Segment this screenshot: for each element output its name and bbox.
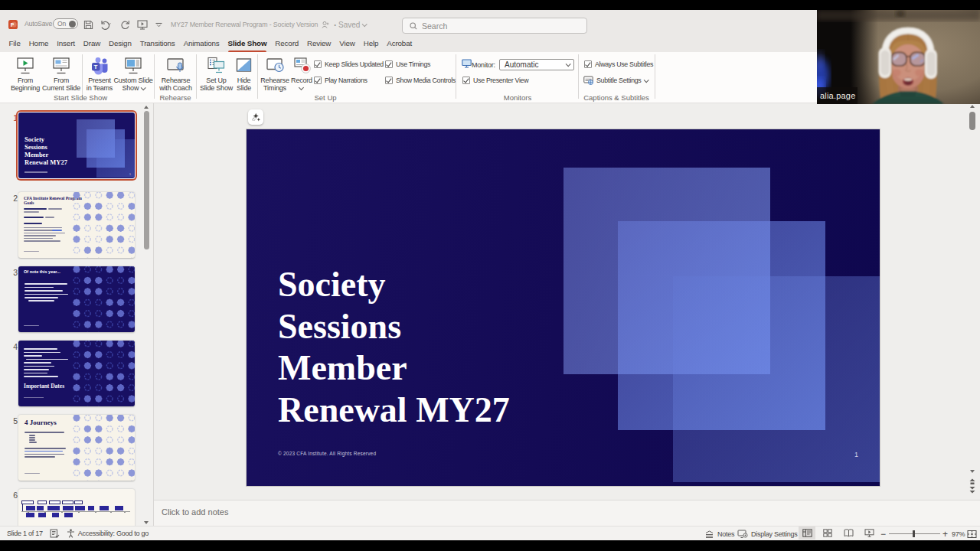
- normal-view-button[interactable]: [799, 527, 815, 540]
- scroll-up-icon[interactable]: [144, 106, 149, 109]
- slideshow-view-button[interactable]: [861, 527, 877, 540]
- slide-editor[interactable]: Society Sessions Member Renewal MY27 © 2…: [247, 129, 880, 486]
- save-icon[interactable]: [83, 20, 93, 30]
- redo-icon[interactable]: [120, 20, 130, 30]
- saved-status[interactable]: • Saved: [334, 21, 366, 29]
- from-current-slide-button[interactable]: From Current Slide: [43, 54, 80, 92]
- tab-insert[interactable]: Insert: [53, 34, 80, 52]
- subtitle-settings-button[interactable]: Subtitle Settings: [583, 76, 648, 85]
- always-use-subtitles-label: Always Use Subtitles: [595, 60, 653, 68]
- custom-slide-show-button[interactable]: Custom Slide Show: [114, 54, 152, 92]
- canvas-scrollbar[interactable]: [967, 103, 978, 500]
- hide-slide-button[interactable]: Hide Slide: [232, 54, 256, 92]
- slide-4-thumbnail[interactable]: Important Dates: [18, 341, 135, 406]
- slide-sorter-icon: [823, 529, 832, 537]
- slide-title[interactable]: Society Sessions Member Renewal MY27: [278, 264, 510, 431]
- zoom-out-button[interactable]: −: [880, 527, 887, 540]
- tab-view[interactable]: View: [335, 34, 359, 52]
- checkbox-icon: [385, 77, 393, 84]
- show-media-controls-label: Show Media Controls: [396, 77, 456, 84]
- timeline-box: [110, 512, 112, 513]
- timeline-box: [47, 506, 60, 510]
- tab-draw[interactable]: Draw: [79, 34, 104, 52]
- from-beginning-label: From Beginning: [11, 77, 40, 92]
- always-use-subtitles-checkbox[interactable]: Always Use Subtitles: [584, 60, 653, 68]
- search-input[interactable]: Search: [402, 18, 587, 34]
- record-button[interactable]: Record: [289, 54, 315, 91]
- tab-help[interactable]: Help: [359, 34, 383, 52]
- subtitle-settings-label: Subtitle Settings: [596, 77, 641, 84]
- from-beginning-button[interactable]: From Beginning: [8, 54, 43, 92]
- rehearse-with-coach-label: Rehearse with Coach: [159, 77, 192, 92]
- slide-2-thumbnail[interactable]: CFA Institute Renewal Program Goals: [18, 192, 135, 258]
- thumbnail-scrollbar[interactable]: [142, 103, 152, 526]
- saved-label: Saved: [338, 21, 360, 29]
- next-slide-button[interactable]: [968, 486, 977, 495]
- timeline-box: [62, 500, 74, 504]
- reading-view-button[interactable]: [840, 527, 857, 540]
- notes-pane[interactable]: Click to add notes: [154, 500, 980, 526]
- normal-view-icon: [802, 529, 812, 537]
- use-presenter-view-checkbox[interactable]: Use Presenter View: [462, 77, 528, 84]
- slide-canvas: Society Sessions Member Renewal MY27 © 2…: [154, 103, 980, 500]
- tab-record[interactable]: Record: [271, 34, 303, 52]
- slide-sorter-view-button[interactable]: [819, 527, 836, 540]
- zoom-level[interactable]: 97%: [952, 527, 965, 540]
- hide-slide-label: Hide Slide: [237, 77, 251, 92]
- rehearse-with-coach-button[interactable]: Rehearse with Coach: [158, 54, 194, 92]
- tab-review[interactable]: Review: [303, 34, 335, 52]
- use-timings-checkbox[interactable]: Use Timings: [385, 60, 430, 68]
- tab-acrobat[interactable]: Acrobat: [383, 34, 416, 52]
- designer-button[interactable]: [248, 109, 263, 125]
- slide-3-thumbnail[interactable]: Of note this year...: [18, 266, 135, 332]
- customize-qat-icon[interactable]: [155, 21, 163, 28]
- webcam-name: alia.page: [820, 91, 855, 100]
- zoom-slider[interactable]: [889, 527, 940, 540]
- tab-home[interactable]: Home: [24, 34, 53, 52]
- tab-file[interactable]: File: [5, 34, 24, 52]
- slide-thumbnail-panel: 1 2 3 4 5 6 Society Sessions Member Rene…: [0, 103, 154, 526]
- set-up-slide-show-button[interactable]: Set Up Slide Show: [200, 54, 233, 92]
- checkbox-icon: [314, 77, 322, 84]
- slide-number: 1: [7, 113, 18, 122]
- status-bar: Slide 1 of 17 Accessibility: Good to go: [0, 526, 980, 540]
- tab-transitions[interactable]: Transitions: [136, 34, 179, 52]
- timeline-box: [124, 512, 126, 513]
- previous-slide-button[interactable]: [968, 477, 977, 486]
- tab-animations[interactable]: Animations: [179, 34, 224, 52]
- display-settings-button[interactable]: Display Settings: [737, 527, 798, 540]
- undo-icon[interactable]: [100, 20, 113, 30]
- show-media-controls-checkbox[interactable]: Show Media Controls: [385, 77, 456, 84]
- timeline-box: [21, 500, 34, 504]
- notes-icon: [704, 530, 714, 538]
- scroll-down-icon[interactable]: [970, 470, 975, 473]
- keep-slides-updated-checkbox[interactable]: Keep Slides Updated: [314, 60, 384, 68]
- thumbnail-footer-line: [24, 171, 47, 173]
- fit-slide-button[interactable]: [967, 527, 977, 540]
- from-current-slide-icon: [51, 54, 71, 76]
- tab-design[interactable]: Design: [105, 34, 136, 52]
- start-slideshow-icon[interactable]: [137, 20, 148, 30]
- zoom-in-button[interactable]: +: [942, 527, 949, 540]
- ribbon-divider: [196, 54, 197, 99]
- slide-6-thumbnail[interactable]: [18, 489, 135, 526]
- monitor-dropdown[interactable]: Automatic: [499, 59, 574, 70]
- autosave-toggle[interactable]: On: [53, 18, 78, 29]
- slide-1-thumbnail[interactable]: Society Sessions Member Renewal MY27 1: [18, 112, 135, 178]
- notes-toggle-button[interactable]: Notes: [704, 527, 734, 540]
- checkbox-icon: [314, 60, 322, 68]
- slide-5-thumbnail[interactable]: 4 Journeys: [18, 415, 135, 481]
- zoom-slider-knob[interactable]: [913, 530, 915, 537]
- timeline-box: [74, 500, 83, 504]
- slide-number: 6: [7, 491, 18, 500]
- present-in-teams-button[interactable]: T Present in Teams: [85, 54, 114, 92]
- canvas-scrollbar-thumb[interactable]: [969, 112, 975, 130]
- play-narrations-checkbox[interactable]: Play Narrations: [314, 77, 368, 84]
- scroll-down-icon[interactable]: [144, 521, 149, 524]
- thumbnail-scrollbar-thumb[interactable]: [144, 111, 149, 249]
- scroll-up-icon[interactable]: [970, 105, 975, 108]
- rehearse-timings-button[interactable]: Rehearse Timings: [259, 54, 291, 92]
- ribbon-divider: [578, 54, 579, 99]
- tab-slide-show[interactable]: Slide Show: [224, 34, 271, 52]
- webcam-name-badge: alia.page: [817, 87, 858, 104]
